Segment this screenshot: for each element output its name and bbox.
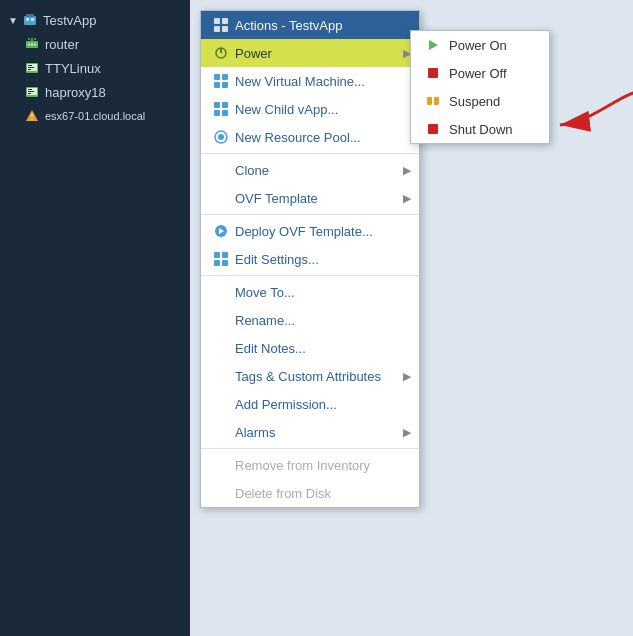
shut-down-icon [425,121,441,137]
svg-rect-1 [26,14,34,17]
svg-rect-32 [214,82,220,88]
submenu-item-power-on[interactable]: Power On [411,31,549,59]
svg-rect-31 [222,74,228,80]
menu-header: Actions - TestvApp [201,11,419,39]
tags-attributes-label: Tags & Custom Attributes [235,369,381,384]
menu-item-move-to[interactable]: Move To... [201,278,419,306]
menu-item-add-permission[interactable]: Add Permission... [201,390,419,418]
svg-point-7 [34,44,36,46]
svg-rect-35 [222,102,228,108]
divider-4 [201,448,419,449]
svg-rect-14 [28,67,34,68]
svg-point-6 [31,44,33,46]
svg-rect-25 [222,18,228,24]
svg-rect-0 [24,16,36,25]
shut-down-label: Shut Down [449,122,513,137]
clone-label: Clone [235,163,269,178]
new-vm-icon [213,73,229,89]
child-vapp-icon [213,101,229,117]
menu-item-new-child-vapp[interactable]: New Child vApp... [201,95,419,123]
svg-rect-36 [214,110,220,116]
svg-rect-19 [28,91,34,92]
power-on-label: Power On [449,38,507,53]
menu-item-new-resource-pool[interactable]: New Resource Pool... [201,123,419,151]
new-vm-label: New Virtual Machine... [235,74,365,89]
svg-point-39 [218,134,224,140]
power-off-icon [425,65,441,81]
sidebar-item-testvapp[interactable]: ▼ TestvApp [0,8,190,32]
svg-rect-15 [28,69,31,70]
menu-item-deploy-ovf[interactable]: Deploy OVF Template... [201,217,419,245]
edit-settings-icon [213,251,229,267]
resource-pool-icon [213,129,229,145]
sidebar-item-ttylinux[interactable]: TTYLinux [0,56,190,80]
alarms-icon [213,424,229,440]
edit-settings-label: Edit Settings... [235,252,319,267]
menu-item-ovf-template[interactable]: OVF Template ▶ [201,184,419,212]
router-icon [24,36,40,52]
menu-item-edit-settings[interactable]: Edit Settings... [201,245,419,273]
sidebar-item-testvapp-label: TestvApp [43,13,96,28]
main-content: Actions - TestvApp Power ▶ [190,0,633,636]
svg-marker-46 [429,40,438,50]
clone-arrow-icon: ▶ [403,164,411,177]
menu-item-rename[interactable]: Rename... [201,306,419,334]
submenu-item-shut-down[interactable]: Shut Down [411,115,549,143]
delete-disk-label: Delete from Disk [235,486,331,501]
new-child-vapp-label: New Child vApp... [235,102,338,117]
menu-item-edit-notes[interactable]: Edit Notes... [201,334,419,362]
esx-icon [24,108,40,124]
svg-rect-20 [28,93,31,94]
tags-icon [213,368,229,384]
add-permission-icon [213,396,229,412]
divider-2 [201,214,419,215]
actions-icon [213,17,229,33]
menu-item-power[interactable]: Power ▶ [201,39,419,67]
submenu-item-power-off[interactable]: Power Off [411,59,549,87]
svg-rect-49 [434,97,439,105]
divider-3 [201,275,419,276]
power-on-icon [425,37,441,53]
menu-item-remove-inventory[interactable]: Remove from Inventory [201,451,419,479]
sidebar-item-haproxy[interactable]: haproxy18 [0,80,190,104]
haproxy-icon [24,84,40,100]
new-resource-pool-label: New Resource Pool... [235,130,361,145]
sidebar-item-router[interactable]: router [0,32,190,56]
menu-item-alarms[interactable]: Alarms ▶ [201,418,419,446]
svg-rect-43 [222,252,228,258]
sidebar-item-esx[interactable]: esx67-01.cloud.local [0,104,190,128]
ovf-arrow-icon: ▶ [403,192,411,205]
rename-label: Rename... [235,313,295,328]
suspend-label: Suspend [449,94,500,109]
delete-disk-icon [213,485,229,501]
svg-rect-18 [28,89,32,90]
menu-item-new-vm[interactable]: New Virtual Machine... [201,67,419,95]
menu-item-clone[interactable]: Clone ▶ [201,156,419,184]
move-to-label: Move To... [235,285,295,300]
sidebar-item-haproxy-label: haproxy18 [45,85,106,100]
menu-header-label: Actions - TestvApp [235,18,342,33]
svg-point-5 [28,44,30,46]
power-submenu: Power On Power Off Suspend [410,30,550,144]
edit-notes-icon [213,340,229,356]
context-menu: Actions - TestvApp Power ▶ [200,10,420,508]
rename-icon [213,312,229,328]
move-to-icon [213,284,229,300]
svg-rect-48 [427,97,432,105]
menu-item-tags-attributes[interactable]: Tags & Custom Attributes ▶ [201,362,419,390]
power-off-label: Power Off [449,66,507,81]
alarms-arrow-icon: ▶ [403,426,411,439]
svg-rect-47 [428,68,438,78]
menu-item-delete-disk[interactable]: Delete from Disk [201,479,419,507]
tree-toggle-testvapp[interactable]: ▼ [8,15,20,26]
svg-rect-27 [222,26,228,32]
sidebar-item-esx-label: esx67-01.cloud.local [45,110,145,122]
ovf-icon [213,190,229,206]
vapp-icon [22,12,38,28]
svg-rect-44 [214,260,220,266]
tags-arrow-icon: ▶ [403,370,411,383]
svg-rect-30 [214,74,220,80]
edit-notes-label: Edit Notes... [235,341,306,356]
svg-rect-26 [214,26,220,32]
submenu-item-suspend[interactable]: Suspend [411,87,549,115]
